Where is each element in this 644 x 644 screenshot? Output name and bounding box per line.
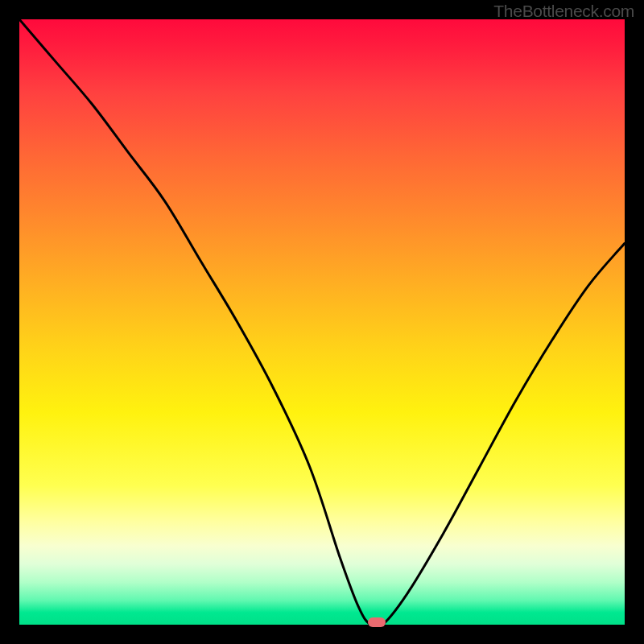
gradient-background (19, 19, 625, 625)
chart-area (19, 19, 625, 625)
watermark-text: TheBottleneck.com (493, 2, 634, 21)
optimal-marker (368, 617, 386, 627)
